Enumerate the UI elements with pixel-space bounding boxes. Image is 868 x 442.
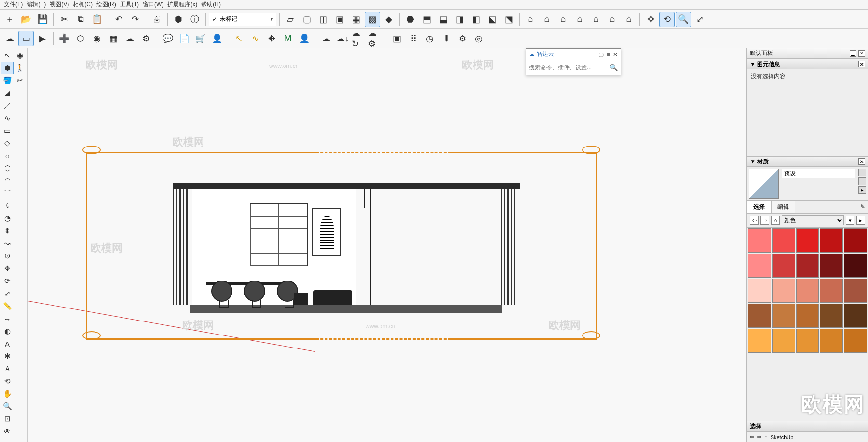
xray-icon[interactable]: ▱ — [283, 12, 298, 27]
right-icon[interactable]: ◨ — [452, 12, 467, 27]
redo-icon[interactable]: ↷ — [127, 12, 143, 27]
menu-tools[interactable]: 工具(T) — [120, 0, 139, 9]
move-tool-icon[interactable]: ✥ — [1, 262, 14, 275]
material-library-select[interactable]: 颜色 — [782, 215, 844, 225]
frame-icon[interactable]: ▣ — [389, 31, 405, 46]
orbit-icon[interactable]: ⟲ — [659, 12, 675, 27]
rotated-rect-icon[interactable]: ◇ — [1, 137, 14, 149]
create-material-icon[interactable]: ▸ — [858, 186, 866, 194]
hidden-line-icon[interactable]: ◫ — [315, 12, 331, 27]
arc3-icon[interactable]: ⤹ — [1, 200, 14, 212]
swatch[interactable] — [796, 279, 819, 303]
settings-icon[interactable]: ⚙ — [455, 31, 470, 46]
zoom-tool-icon[interactable]: 🔍 — [1, 400, 14, 413]
swatch[interactable] — [772, 304, 795, 328]
undo-icon[interactable]: ↶ — [111, 12, 126, 27]
move-arrows-icon[interactable]: ✥ — [264, 31, 279, 46]
position-cam-icon[interactable]: 👁 — [1, 425, 14, 438]
info-icon[interactable]: ⓘ — [187, 12, 203, 27]
save-file-icon[interactable]: 💾 — [35, 12, 50, 27]
tape-icon[interactable]: 📏 — [1, 300, 14, 312]
select-footer[interactable]: 选择 — [747, 421, 868, 431]
section-handle-icon[interactable] — [582, 331, 600, 340]
swatch[interactable] — [748, 329, 771, 353]
house-5-icon[interactable]: ⌂ — [588, 12, 604, 27]
tab-select[interactable]: 选择 — [747, 201, 771, 213]
model-room[interactable] — [173, 183, 520, 313]
cloud-down-icon[interactable]: ☁↓ — [335, 31, 350, 46]
back-icon[interactable]: ◧ — [468, 12, 484, 27]
swatch[interactable] — [796, 329, 819, 353]
swatch[interactable] — [844, 329, 867, 353]
swatch[interactable] — [796, 304, 819, 328]
bottom-icon[interactable]: ⬔ — [501, 12, 516, 27]
entity-info-header[interactable]: ▼ 图元信息 ✕ — [747, 59, 868, 69]
tag-selector[interactable]: ✓ 未标记 ▾ — [209, 13, 276, 26]
nav-home-icon[interactable]: ⌂ — [764, 434, 768, 440]
search-icon[interactable]: 🔍 — [610, 64, 618, 71]
menu-window[interactable]: 窗口(W) — [143, 0, 163, 9]
left-icon[interactable]: ⬕ — [485, 12, 500, 27]
maximize-icon[interactable]: ▢ — [598, 51, 604, 58]
swatch[interactable] — [820, 254, 843, 278]
eyedropper-icon[interactable]: ✎ — [860, 203, 865, 210]
swatch[interactable] — [796, 254, 819, 278]
axes-icon[interactable]: ✱ — [1, 350, 14, 362]
3dtext-icon[interactable]: Ａ — [1, 362, 14, 375]
house-2-icon[interactable]: ⌂ — [539, 12, 555, 27]
user-icon[interactable]: 👤 — [209, 31, 225, 46]
swatch[interactable] — [748, 228, 771, 253]
print-icon[interactable]: 🖨 — [149, 12, 164, 27]
top-icon[interactable]: ⬒ — [419, 12, 434, 27]
pan-icon[interactable]: ✥ — [643, 12, 658, 27]
freehand-icon[interactable]: ∿ — [1, 112, 14, 124]
swatch[interactable] — [772, 329, 795, 353]
cloud-panel-header[interactable]: ☁智达云 ▢ ≡ ✕ — [526, 49, 621, 60]
cursor-icon[interactable]: ↖ — [231, 31, 246, 46]
swatch[interactable] — [748, 279, 771, 303]
iso-icon[interactable]: ⬣ — [403, 12, 418, 27]
nav-forward-icon[interactable]: ⇨ — [760, 216, 769, 225]
close-icon[interactable]: ✕ — [858, 50, 865, 57]
copy-icon[interactable]: ⧉ — [73, 12, 88, 27]
person-icon[interactable]: 👤 — [297, 31, 312, 46]
camera-icon[interactable]: ▶ — [35, 31, 50, 46]
swatch[interactable] — [748, 304, 771, 328]
swatch[interactable] — [820, 304, 843, 328]
clock-icon[interactable]: ◷ — [422, 31, 437, 46]
detail-menu-icon[interactable]: ▸ — [856, 216, 865, 225]
cloud-config-icon[interactable]: ☁⚙ — [367, 31, 383, 46]
cloud-refresh-icon[interactable]: ☁↻ — [351, 31, 366, 46]
swatch[interactable] — [844, 304, 867, 328]
checker-icon[interactable]: ▦ — [106, 31, 121, 46]
protractor-icon[interactable]: ◐ — [1, 325, 14, 337]
nav-back-icon[interactable]: ⇦ — [750, 434, 754, 440]
arc2-icon[interactable]: ⌒ — [1, 187, 14, 200]
default-front-icon[interactable] — [858, 169, 866, 176]
eraser-icon[interactable]: ◢ — [1, 87, 14, 99]
walk-icon[interactable]: 🚶 — [14, 62, 26, 74]
swatch[interactable] — [820, 279, 843, 303]
rotate-tool-icon[interactable]: ⟳ — [1, 275, 14, 287]
swatch[interactable] — [748, 254, 771, 278]
house-6-icon[interactable]: ⌂ — [605, 12, 620, 27]
chat-icon[interactable]: 💬 — [160, 31, 176, 46]
menu-view[interactable]: 视图(V) — [50, 0, 69, 9]
zoom-ext-icon[interactable]: ⤢ — [692, 12, 707, 27]
nav-forward-icon[interactable]: ⇨ — [757, 434, 761, 440]
swatch[interactable] — [796, 228, 819, 253]
house-7-icon[interactable]: ⌂ — [621, 12, 637, 27]
cloud-sync-icon[interactable]: ☁ — [318, 31, 334, 46]
cloud-search-input[interactable] — [529, 62, 610, 73]
swatch[interactable] — [772, 228, 795, 253]
cloud-panel[interactable]: ☁智达云 ▢ ≡ ✕ 🔍 — [526, 48, 621, 75]
section-icon[interactable]: ✂ — [14, 74, 26, 87]
curve-tool-icon[interactable]: ∿ — [247, 31, 263, 46]
menu-icon[interactable]: ≡ — [607, 51, 610, 58]
section-handle-icon[interactable] — [582, 146, 600, 154]
swatch[interactable] — [844, 254, 867, 278]
add-circle-icon[interactable]: ➕ — [56, 31, 72, 46]
arc-icon[interactable]: ◠ — [1, 174, 14, 187]
line-tool-icon[interactable]: ／ — [1, 99, 14, 112]
close-icon[interactable]: ✕ — [858, 61, 865, 67]
